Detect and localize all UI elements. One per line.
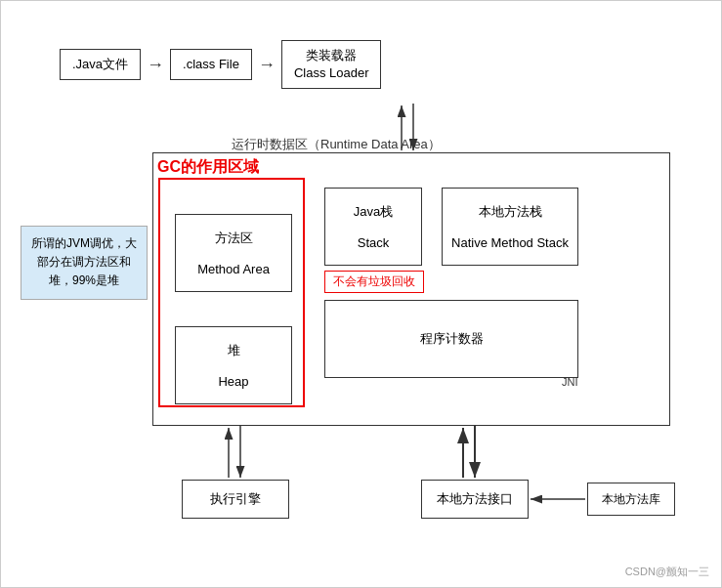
java-stack-label2: Stack [358,235,390,250]
class-loader-label2: Class Loader [294,65,369,80]
exec-engine-label: 执行引擎 [210,490,261,508]
exec-engine-box: 执行引擎 [182,480,289,519]
top-row: .Java文件 .class File 类装载器 Class Loader [60,40,381,89]
program-counter-label: 程序计数器 [420,330,484,348]
class-file-box: .class File [170,49,252,80]
method-area-box: 方法区 Method Area [175,214,292,292]
runtime-area: 运行时数据区（Runtime Data Area） 方法区 Method Are… [152,152,670,426]
java-stack-box: Java栈 Stack [324,188,422,266]
native-lib-box: 本地方法库 [587,483,675,516]
heap-label2: Heap [218,374,248,389]
gc-area: 方法区 Method Area 堆 Heap [158,178,305,407]
java-file-label: .Java文件 [72,57,128,71]
arrow-java-to-class [147,55,164,75]
native-stack-label2: Native Method Stack [451,235,569,250]
watermark: CSDN@颤知一三 [625,565,709,579]
program-counter-box: 程序计数器 [324,300,578,378]
class-loader-label1: 类装载器 [306,48,357,63]
heap-box: 堆 Heap [175,326,292,404]
native-lib-label: 本地方法库 [602,491,660,508]
main-container: .Java文件 .class File 类装载器 Class Loader GC… [0,0,722,588]
no-gc-label: 不会有垃圾回收 [324,271,424,293]
heap-label1: 堆 [228,342,240,359]
native-interface-label: 本地方法接口 [437,490,513,508]
class-loader-box: 类装载器 Class Loader [281,40,382,89]
native-stack-box: 本地方法栈 Native Method Stack [442,188,578,266]
method-area-label2: Method Area [197,262,270,276]
native-stack-label1: 本地方法栈 [479,203,542,221]
class-file-label: .class File [183,57,239,71]
java-stack-label1: Java栈 [354,203,393,221]
runtime-label: 运行时数据区（Runtime Data Area） [232,136,441,153]
arrow-class-to-loader [258,55,276,75]
jni-label: JNI [562,376,578,388]
java-file-box: .Java文件 [60,49,141,80]
native-interface-box: 本地方法接口 [421,480,529,519]
method-area-label1: 方法区 [215,230,253,247]
jvm-note: 所谓的JVM调优，大部分在调方法区和堆，99%是堆 [21,226,148,300]
